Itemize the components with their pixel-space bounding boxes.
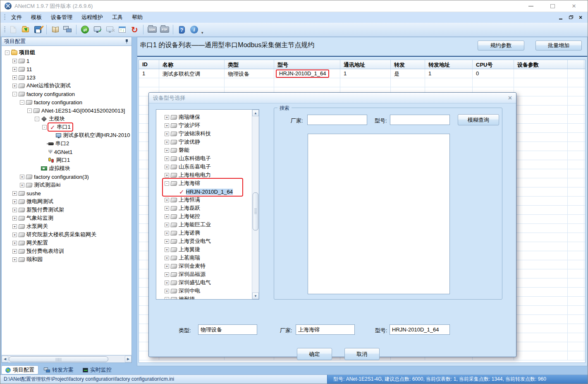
expander-icon[interactable]: + [165, 297, 169, 300]
expander-icon[interactable]: + [20, 183, 24, 187]
minimize-icon[interactable] [526, 2, 535, 10]
expander-icon[interactable]: + [165, 173, 169, 178]
expander-icon[interactable]: + [165, 132, 169, 136]
tree-item-ANet-1E2S1-4G[00041520020013][interactable]: -ANet-1E2S1-4G[00041520020013] [2, 106, 131, 115]
expander-icon[interactable]: + [12, 249, 17, 254]
expander-icon[interactable]: + [165, 281, 169, 285]
expander-icon[interactable]: + [165, 247, 169, 252]
ssh-button[interactable]: SSH [146, 24, 158, 35]
expander-icon[interactable]: - [27, 108, 32, 113]
tree-item-网口1[interactable]: 网口1 [2, 156, 131, 164]
help-button[interactable]: ? [176, 24, 187, 35]
tree-item-factory configuration[interactable]: -factory configuration [2, 90, 131, 98]
tab-实时监控[interactable]: 实时监控 [79, 365, 115, 374]
mdi-close-icon[interactable]: × [578, 14, 583, 20]
tree-item-上海恒满[interactable]: +上海恒满 [156, 196, 259, 204]
tree-item-4GNet1[interactable]: Ψ4GNet1 [2, 148, 131, 156]
expander-icon[interactable]: + [165, 115, 169, 120]
protocol-params-button[interactable]: 规约参数 [478, 41, 524, 50]
tree-item-项目组[interactable]: -项目组 [2, 48, 131, 57]
tree-item-上海桂电电力[interactable]: +上海桂电电力 [156, 171, 259, 179]
expander-icon[interactable]: + [12, 216, 17, 221]
column-header-设备参数[interactable]: 设备参数 [514, 60, 568, 69]
expander-icon[interactable]: + [12, 199, 17, 204]
tree-item-研究院新大楼机房采集箱网关[interactable]: +研究院新大楼机房采集箱网关 [2, 230, 131, 239]
tree-item-磐能[interactable]: +磐能 [156, 146, 259, 154]
expander-icon[interactable]: + [165, 272, 169, 277]
expander-icon[interactable]: + [12, 191, 17, 196]
expander-icon[interactable]: + [165, 214, 169, 219]
tree-item-上海贤业电气[interactable]: +上海贤业电气 [156, 237, 259, 245]
menu-item-设备管理[interactable]: 设备管理 [47, 12, 76, 22]
tree-item-串口1[interactable]: -✓串口1 [2, 123, 131, 131]
footer-model-input[interactable] [390, 324, 450, 335]
tree-item-123[interactable]: +123 [2, 73, 131, 82]
tree-item-山东岳嘉电子[interactable]: +山东岳嘉电子 [156, 163, 259, 171]
expander-icon[interactable]: + [12, 241, 17, 245]
expander-icon[interactable]: - [35, 117, 39, 121]
cancel-button[interactable]: 取消 [344, 348, 380, 360]
tree-item-深圳盛弘电气[interactable]: +深圳盛弘电气 [156, 278, 259, 287]
tree-item-微电网测试[interactable]: +微电网测试 [2, 197, 131, 206]
expander-icon[interactable]: + [165, 231, 169, 235]
tree-item-网关配置[interactable]: +网关配置 [2, 239, 131, 247]
toolbar-overflow-icon[interactable]: ▾ [201, 31, 203, 36]
expander-icon[interactable]: + [165, 223, 169, 227]
tree-item-预付费电表培训[interactable]: +预付费电表培训 [2, 247, 131, 255]
tree-item-气象站监测[interactable]: +气象站监测 [2, 214, 131, 222]
column-header-blank[interactable] [568, 60, 584, 69]
tree-item-测试多联机空调[HRJN-2010[interactable]: 测试多联机空调[HRJN-2010 [2, 131, 131, 139]
fuzzy-query-button[interactable]: 模糊查询 [458, 114, 499, 125]
tree-item-山东科德电子[interactable]: +山东科德电子 [156, 154, 259, 163]
tree-item-宁波沪环[interactable]: +宁波沪环 [156, 121, 259, 130]
tree-item-深圳中电[interactable]: +深圳中电 [156, 287, 259, 295]
menu-item-工具[interactable]: 工具 [108, 12, 127, 22]
tree-item-串口2[interactable]: 串口2 [2, 139, 131, 148]
expander-icon[interactable]: + [165, 264, 169, 269]
tree-item-factory configuration[interactable]: -factory configuration [2, 98, 131, 106]
tree-item-主模块[interactable]: -主模块 [2, 115, 131, 123]
expander-icon[interactable]: + [12, 59, 17, 63]
open-project-button[interactable] [20, 24, 31, 35]
tree-item-11[interactable]: +11 [2, 65, 131, 73]
scroll-left-icon[interactable]: ◀ [2, 356, 8, 362]
mdi-restore-icon[interactable] [568, 14, 574, 20]
column-header-通讯地址[interactable]: 通讯地址 [340, 60, 391, 69]
tree-item-测试测温iki[interactable]: +测试测温iki [2, 181, 131, 189]
close-icon[interactable]: × [569, 2, 578, 10]
save-button[interactable] [32, 24, 43, 35]
pin-icon[interactable] [124, 39, 129, 44]
tree-item-上海能巨工业[interactable]: +上海能巨工业 [156, 221, 259, 229]
menu-item-远程维护[interactable]: 远程维护 [78, 12, 107, 22]
tree-item-上海铭控[interactable]: +上海铭控 [156, 212, 259, 221]
expander-icon[interactable]: + [12, 233, 17, 237]
tree-item-深圳金麦特[interactable]: +深圳金麦特 [156, 262, 259, 270]
ok-button[interactable]: 确定 [297, 348, 332, 360]
tree-item-上海海镕[interactable]: -上海海镕 [156, 179, 259, 187]
tree-item-factory configuration(3)[interactable]: +factory configuration(3) [2, 173, 131, 181]
column-header-类型[interactable]: 类型 [225, 60, 274, 69]
footer-type-input[interactable] [198, 324, 257, 335]
tree-item-南瑞继保[interactable]: +南瑞继保 [156, 113, 259, 121]
tree-horizontal-scrollbar[interactable]: ◀ ▶ [1, 355, 132, 363]
expander-icon[interactable]: + [12, 257, 17, 262]
maximize-icon[interactable] [548, 2, 557, 10]
tree-item-HRJN-2010D_1_64[interactable]: ✓HRJN-2010D_1_64 [156, 187, 259, 196]
column-header-转发地址[interactable]: 转发地址 [425, 60, 473, 69]
tree-item-上海诺腾[interactable]: +上海诺腾 [156, 229, 259, 237]
expander-icon[interactable]: + [165, 123, 169, 128]
tree-item-上海翼捷[interactable]: +上海翼捷 [156, 245, 259, 254]
expander-icon[interactable]: + [12, 67, 17, 72]
expander-icon[interactable]: + [165, 289, 169, 293]
expander-icon[interactable]: + [165, 156, 169, 161]
tree-item-深圳晶福源[interactable]: +深圳晶福源 [156, 270, 259, 278]
expander-icon[interactable]: + [165, 256, 169, 260]
tree-item-宁波锦浪科技[interactable]: +宁波锦浪科技 [156, 130, 259, 138]
expander-icon[interactable]: + [12, 75, 17, 80]
expander-icon[interactable]: - [165, 181, 169, 186]
tree-item-上茗南瑞[interactable]: +上茗南瑞 [156, 254, 259, 262]
expander-icon[interactable]: + [12, 224, 17, 229]
expander-icon[interactable]: + [12, 84, 17, 88]
expander-icon[interactable]: + [20, 175, 24, 179]
search-vendor-input[interactable] [307, 115, 367, 125]
